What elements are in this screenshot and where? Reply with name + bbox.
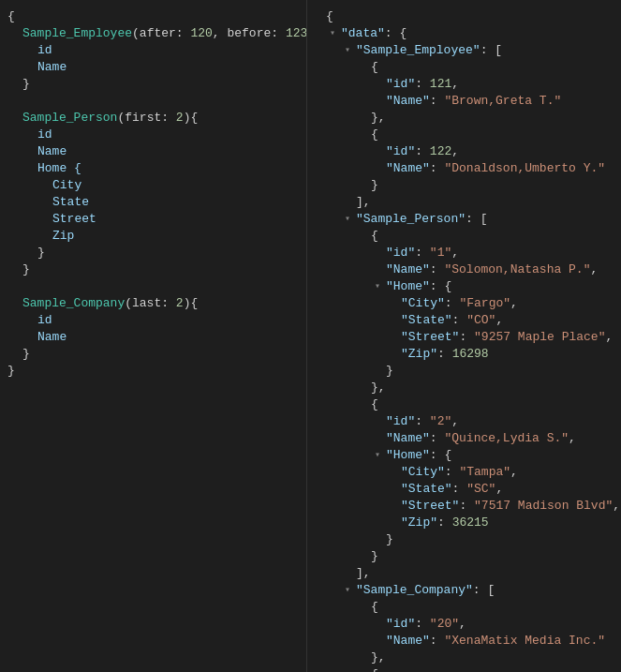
token: ],: [356, 566, 371, 580]
right-line: "City": "Fargo",: [307, 294, 621, 311]
token: {: [371, 397, 378, 411]
left-line: }: [0, 362, 306, 379]
token: id: [37, 127, 52, 142]
left-line: Name: [0, 58, 306, 75]
token: (last:: [125, 296, 176, 310]
right-line: "Zip": 36215: [307, 514, 621, 530]
token: 122: [430, 144, 451, 158]
token: ,: [605, 330, 613, 344]
token: "Name": [386, 431, 430, 445]
token: ,: [569, 431, 576, 445]
left-line: [0, 92, 306, 109]
collapse-arrow[interactable]: ▾: [341, 41, 354, 58]
token: :: [437, 347, 452, 361]
token: "1": [430, 246, 451, 260]
token: :: [430, 262, 445, 276]
token: Name: [37, 144, 67, 158]
token: "Name": [386, 634, 430, 648]
right-line: "Name": "Solomon,Natasha P.",: [307, 261, 621, 277]
right-line: }: [307, 176, 621, 193]
token: },: [371, 111, 386, 125]
token: "id": [386, 246, 415, 260]
right-line: "City": "Tampa",: [307, 463, 621, 480]
left-line: }: [0, 75, 306, 92]
token: ,: [495, 313, 503, 327]
token: :: [459, 330, 474, 344]
token: :: [437, 515, 452, 530]
left-line: Sample_Employee(after: 120, before: 123)…: [0, 24, 306, 41]
right-line: "Name": "Donaldson,Umberto Y.": [307, 159, 621, 176]
right-line: ▾"Sample_Person": [: [307, 210, 621, 227]
token: "Zip": [401, 347, 437, 361]
right-line: "Street": "7517 Madison Blvd",: [307, 497, 621, 514]
token: 123: [286, 26, 307, 40]
token: {: [371, 60, 378, 74]
token: }: [22, 347, 30, 361]
right-line: }: [307, 530, 621, 547]
token: :: [430, 634, 445, 648]
right-line: ▾"data": {: [307, 24, 621, 41]
token: "XenaMatix Media Inc.": [444, 634, 605, 648]
collapse-arrow[interactable]: ▾: [371, 277, 384, 294]
token: ){: [184, 111, 199, 125]
token: "id": [386, 77, 415, 91]
right-line: {: [307, 598, 621, 615]
token: : [: [481, 43, 502, 57]
left-line: id: [0, 311, 306, 328]
token: "id": [386, 414, 415, 428]
token: }: [371, 178, 378, 192]
token: id: [37, 43, 52, 57]
token: Sample_Person: [22, 111, 117, 125]
right-line: ],: [307, 193, 621, 210]
token: "20": [430, 617, 459, 631]
token: : {: [430, 448, 451, 462]
right-line: "Street": "9257 Maple Place",: [307, 328, 621, 345]
left-line: Sample_Company(last: 2){: [0, 294, 306, 311]
right-line: "State": "SC",: [307, 480, 621, 497]
token: :: [415, 617, 430, 631]
token: :: [445, 465, 460, 479]
token: "Donaldson,Umberto Y.": [444, 161, 605, 175]
token: "Sample_Employee": [356, 43, 481, 57]
collapse-arrow[interactable]: ▾: [341, 210, 354, 227]
collapse-arrow[interactable]: ▾: [326, 24, 339, 41]
token: : {: [430, 279, 451, 293]
left-line: Sample_Person(first: 2){: [0, 109, 306, 126]
left-line: }: [0, 261, 306, 277]
token: City: [52, 178, 81, 192]
right-line: },: [307, 649, 621, 665]
token: 120: [190, 26, 212, 40]
token: }: [22, 262, 30, 276]
token: "id": [386, 617, 415, 631]
token: "SC": [466, 482, 495, 496]
token: ,: [451, 414, 459, 428]
token: "Tampa": [459, 465, 510, 479]
token: "Brown,Greta T.": [444, 94, 561, 108]
token: ,: [590, 262, 598, 276]
token: "data": [341, 26, 385, 40]
token: :: [415, 77, 430, 91]
right-line: "id": 121,: [307, 75, 621, 92]
token: Street: [52, 212, 96, 226]
left-line: [0, 277, 306, 294]
token: "City": [401, 296, 445, 310]
left-line: id: [0, 126, 306, 142]
collapse-arrow[interactable]: ▾: [371, 446, 384, 463]
token: "Zip": [401, 515, 437, 530]
token: Name: [37, 60, 67, 74]
token: "7517 Madison Blvd": [474, 499, 613, 513]
token: ,: [451, 144, 459, 158]
token: : [: [466, 212, 487, 226]
token: {: [371, 600, 378, 614]
collapse-arrow[interactable]: ▾: [341, 581, 354, 598]
token: "Home": [386, 279, 430, 293]
left-line: State: [0, 193, 306, 210]
right-line: "id": "2",: [307, 412, 621, 429]
token: "State": [401, 313, 452, 327]
token: "9257 Maple Place": [474, 330, 605, 344]
right-line: "Zip": 16298: [307, 345, 621, 362]
left-line: Name: [0, 328, 306, 345]
token: ){: [184, 296, 199, 310]
right-line: "State": "CO",: [307, 311, 621, 328]
token: ,: [459, 617, 466, 631]
